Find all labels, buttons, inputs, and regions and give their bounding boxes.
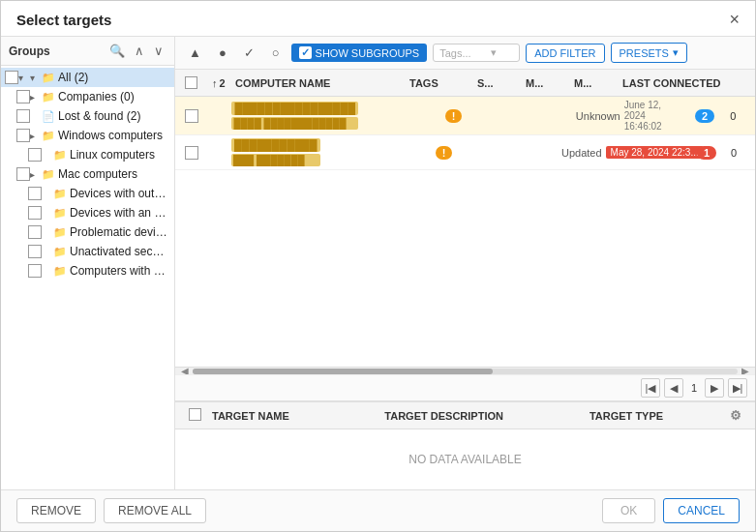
check-filter-button[interactable]: ✓ bbox=[238, 43, 260, 63]
show-subgroups-button[interactable]: ✓ SHOW SUBGROUPS bbox=[291, 44, 428, 62]
bottom-th-desc: TARGET DESCRIPTION bbox=[378, 406, 584, 426]
tree-item-lost-found[interactable]: 📄 Lost & found (2) bbox=[1, 106, 174, 126]
tree-item-checkbox[interactable] bbox=[28, 225, 42, 239]
footer-right: OK CANCEL bbox=[602, 498, 740, 523]
tree-item-checkbox[interactable] bbox=[5, 71, 18, 84]
tree-item-mac[interactable]: ▸ 📁 Mac computers bbox=[1, 164, 174, 184]
tree-item-linux[interactable]: 📁 Linux computers bbox=[1, 145, 174, 164]
row-tags bbox=[378, 113, 438, 119]
info-filter-button[interactable]: ● bbox=[213, 43, 232, 63]
row-alerts: 2 bbox=[689, 106, 724, 126]
computer-name-primary: ███████████ bbox=[231, 138, 320, 152]
sidebar-search-button[interactable]: 🔍 bbox=[106, 43, 128, 59]
tree-item-checkbox[interactable] bbox=[16, 129, 30, 142]
row-m2 bbox=[514, 150, 556, 156]
tree-item-checkbox[interactable] bbox=[28, 148, 42, 162]
folder-icon: 📁 bbox=[42, 91, 55, 103]
remove-all-button[interactable]: REMOVE ALL bbox=[104, 498, 206, 523]
sidebar-groups-label: Groups bbox=[9, 44, 50, 58]
tree-toggle bbox=[42, 189, 53, 199]
row-checkbox[interactable] bbox=[179, 143, 204, 163]
presets-label: PRESETS bbox=[620, 47, 669, 59]
name-block: ████████████████ ████ ████████████ bbox=[231, 102, 358, 130]
table-row[interactable]: ████████████████ ████ ████████████ ! Unk… bbox=[175, 97, 755, 135]
tree-item-eset-bridge[interactable]: 📁 Computers with ESET Bridge inst bbox=[1, 261, 174, 281]
row-m1 bbox=[483, 113, 527, 119]
pagination: |◀ ◀ 1 ▶ ▶| bbox=[175, 374, 755, 400]
horizontal-scrollbar[interactable]: ◀ ▶ bbox=[175, 367, 755, 374]
folder-icon: 📁 bbox=[53, 149, 67, 162]
tree-item-checkbox[interactable] bbox=[16, 167, 30, 181]
bottom-th-type: TARGET TYPE bbox=[584, 406, 724, 426]
tree-item-problematic[interactable]: 📁 Problematic devices bbox=[1, 222, 174, 242]
table-row[interactable]: ███████████ ███ ███████ ! Updated Ma bbox=[175, 135, 755, 170]
toolbar: ▲ ● ✓ ○ ✓ SHOW SUBGROUPS Tags... ▾ ADD F… bbox=[175, 37, 755, 70]
dialog-header: Select targets × bbox=[1, 1, 755, 37]
tree-item-label: Devices with an outdated operat bbox=[70, 206, 170, 220]
tree-item-checkbox[interactable] bbox=[28, 245, 42, 258]
tree-item-windows[interactable]: ▸ 📁 Windows computers bbox=[1, 126, 174, 145]
tree-item-checkbox[interactable] bbox=[28, 264, 42, 278]
footer-left: REMOVE REMOVE ALL bbox=[16, 498, 206, 523]
tree-toggle[interactable]: ▾ bbox=[18, 73, 30, 83]
sidebar-icons: 🔍 ∧ ∨ bbox=[106, 43, 166, 59]
computer-name-secondary: ████ ████████████ bbox=[231, 117, 358, 130]
tree-toggle2[interactable]: ▾ bbox=[30, 73, 42, 83]
tags-dropdown[interactable]: Tags... ▾ bbox=[433, 44, 520, 62]
cancel-button[interactable]: CANCEL bbox=[663, 498, 740, 523]
tree-toggle[interactable]: ▸ bbox=[30, 131, 42, 141]
tree-toggle[interactable]: ▸ bbox=[30, 169, 42, 180]
tree-item-checkbox[interactable] bbox=[28, 206, 42, 220]
th-last-connected: LAST CONNECTED bbox=[617, 74, 752, 93]
table-header: ↑2 COMPUTER NAME TAGS S... M... M... LAS… bbox=[175, 70, 755, 97]
folder-icon: 📁 bbox=[42, 72, 55, 84]
tree-item-checkbox[interactable] bbox=[16, 90, 30, 103]
show-subgroups-label: SHOW SUBGROUPS bbox=[316, 47, 420, 59]
tree-item-label: Linux computers bbox=[70, 148, 155, 162]
sidebar-tree: ▾ ▾ 📁 All (2) ▸ 📁 Companies (0) 📄 bbox=[1, 66, 174, 489]
tree-toggle bbox=[30, 111, 42, 122]
th-a: A... bbox=[752, 74, 755, 93]
tree-toggle[interactable]: ▸ bbox=[30, 92, 42, 103]
tree-item-companies[interactable]: ▸ 📁 Companies (0) bbox=[1, 87, 174, 106]
folder-icon: 📁 bbox=[53, 265, 67, 278]
show-subgroups-checkbox: ✓ bbox=[299, 46, 312, 59]
tree-item-checkbox[interactable] bbox=[28, 187, 42, 200]
circle-filter-button[interactable]: ○ bbox=[266, 43, 286, 63]
th-checkbox bbox=[179, 73, 206, 93]
row-tags bbox=[372, 150, 430, 156]
scroll-thumb bbox=[193, 369, 493, 374]
tree-item-all[interactable]: ▾ ▾ 📁 All (2) bbox=[1, 68, 174, 87]
next-page-button[interactable]: ▶ bbox=[705, 378, 724, 398]
row-status: ! bbox=[439, 106, 483, 126]
add-filter-button[interactable]: ADD FILTER bbox=[526, 44, 604, 63]
tree-item-outdated-modules[interactable]: 📁 Devices with outdated modules bbox=[1, 184, 174, 203]
tree-item-checkbox[interactable] bbox=[16, 109, 30, 123]
ok-button[interactable]: OK bbox=[602, 498, 655, 523]
row-num bbox=[204, 113, 226, 119]
tree-toggle bbox=[42, 208, 53, 219]
th-computer-name[interactable]: COMPUTER NAME bbox=[229, 74, 404, 93]
computer-name-secondary: ███ ███████ bbox=[231, 154, 320, 166]
first-page-button[interactable]: |◀ bbox=[641, 378, 660, 398]
tree-toggle bbox=[42, 247, 53, 257]
bottom-th-gear[interactable]: ⚙ bbox=[724, 404, 747, 427]
row-checkbox[interactable] bbox=[179, 106, 204, 126]
remove-button[interactable]: REMOVE bbox=[16, 498, 96, 523]
tree-toggle bbox=[42, 150, 53, 161]
scroll-track[interactable] bbox=[193, 369, 738, 374]
sidebar-collapse-button[interactable]: ∨ bbox=[151, 43, 166, 59]
sidebar-expand-button[interactable]: ∧ bbox=[132, 43, 147, 59]
warning-filter-button[interactable]: ▲ bbox=[183, 43, 207, 63]
row-computer-name: ████████████████ ████ ████████████ bbox=[226, 99, 378, 133]
sidebar: Groups 🔍 ∧ ∨ ▾ ▾ 📁 All (2) bbox=[1, 37, 175, 489]
last-page-button[interactable]: ▶| bbox=[728, 378, 747, 398]
prev-page-button[interactable]: ◀ bbox=[664, 378, 683, 398]
tree-item-outdated-os[interactable]: 📁 Devices with an outdated operat bbox=[1, 203, 174, 222]
close-button[interactable]: × bbox=[729, 11, 740, 28]
th-num: ↑2 bbox=[206, 74, 229, 93]
alerts-badge: 1 bbox=[697, 146, 716, 160]
tree-item-unactivated[interactable]: 📁 Unactivated security product bbox=[1, 242, 174, 261]
tree-item-label: Unactivated security product bbox=[70, 245, 170, 258]
presets-button[interactable]: PRESETS ▾ bbox=[611, 43, 687, 63]
